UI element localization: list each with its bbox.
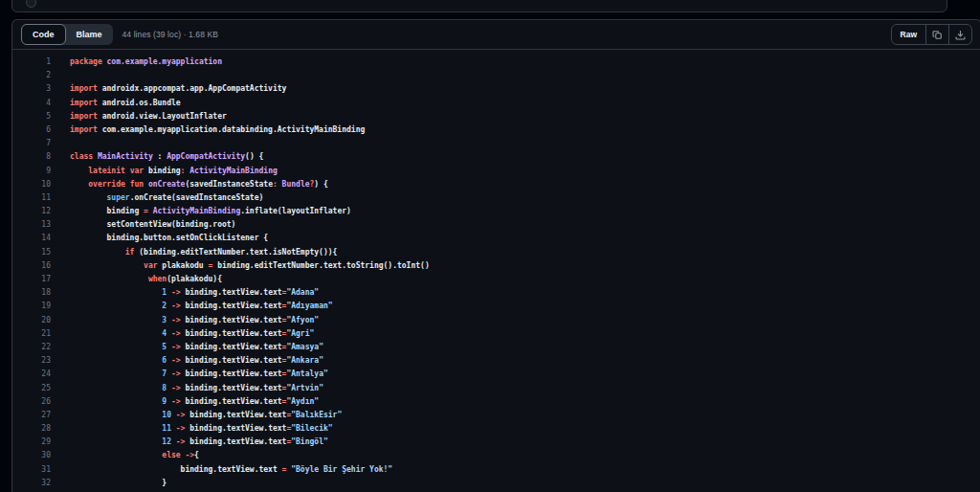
line-number[interactable]: 23 [12, 354, 51, 368]
code-text: var plakakodu = binding.editTextNumber.t… [51, 259, 430, 273]
code-line: 17 when(plakakodu){ [12, 273, 980, 286]
line-number[interactable]: 32 [12, 477, 51, 490]
line-number[interactable]: 24 [12, 368, 51, 381]
line-number[interactable]: 21 [12, 327, 51, 341]
code-text: import androidx.appcompat.app.AppCompatA… [51, 82, 286, 96]
line-number[interactable]: 30 [12, 449, 51, 462]
code-text: } [51, 477, 167, 490]
line-number[interactable]: 1 [12, 56, 51, 69]
code-line: 26 9 -> binding.textView.text="Aydın" [12, 395, 980, 409]
code-line: 9 lateinit var binding: ActivityMainBind… [12, 165, 980, 178]
code-line: 18 1 -> binding.textView.text="Adana" [12, 286, 980, 300]
line-number[interactable]: 14 [12, 232, 51, 245]
code-line: 28 11 -> binding.textView.text="Bilecik" [12, 422, 980, 436]
code-line: 31 binding.textView.text = "Böyle Bir Şe… [12, 463, 980, 477]
line-number[interactable]: 28 [12, 422, 51, 436]
code-line: 1package com.example.myapplication [12, 56, 980, 69]
line-number[interactable]: 19 [12, 300, 51, 313]
line-number[interactable]: 11 [12, 191, 51, 205]
line-number[interactable]: 10 [12, 178, 51, 191]
code-text: import android.os.Bundle [51, 97, 181, 110]
code-text: override fun onCreate(savedInstanceState… [51, 178, 328, 191]
code-text: 3 -> binding.textView.text="Afyon" [51, 314, 319, 327]
code-text: 1 -> binding.textView.text="Adana" [51, 286, 319, 300]
code-text: 5 -> binding.textView.text="Amasya" [51, 341, 323, 354]
line-number[interactable]: 5 [12, 110, 51, 123]
code-line: 21 4 -> binding.textView.text="Agri" [12, 327, 980, 341]
line-number[interactable]: 12 [12, 205, 51, 218]
code-line: 4import android.os.Bundle [12, 97, 980, 110]
code-text: 4 -> binding.textView.text="Agri" [51, 327, 314, 341]
code-text: when(plakakodu){ [51, 273, 222, 286]
code-line: 27 10 -> binding.textView.text="BalıkEsi… [12, 409, 980, 422]
line-number[interactable]: 2 [12, 69, 51, 82]
code-text: import android.view.LayoutInflater [51, 110, 227, 123]
code-line: 3import androidx.appcompat.app.AppCompat… [12, 82, 980, 96]
previous-panel-edge [11, 0, 947, 12]
code-text: 9 -> binding.textView.text="Aydın" [51, 395, 319, 409]
code-line: 12 binding = ActivityMainBinding.inflate… [12, 205, 980, 218]
code-text: 11 -> binding.textView.text="Bilecik" [51, 422, 333, 436]
code-text: binding.textView.text = "Böyle Bir Şehir… [51, 463, 392, 477]
code-text [51, 69, 70, 82]
line-number[interactable]: 16 [12, 259, 51, 273]
code-line: 14 binding.button.setOnClickListener { [12, 232, 980, 245]
code-text: setContentView(binding.root) [51, 218, 235, 232]
code-text: import com.example.myapplication.databin… [51, 123, 365, 137]
line-number[interactable]: 3 [12, 82, 51, 96]
raw-button-group: Raw [891, 24, 972, 45]
code-line: 8class MainActivity : AppCompatActivity(… [12, 150, 980, 164]
raw-button[interactable]: Raw [892, 25, 925, 44]
file-toolbar: Code Blame 44 lines (39 loc) · 1.68 KB R… [12, 20, 980, 50]
code-line: 16 var plakakodu = binding.editTextNumbe… [12, 259, 980, 273]
code-line: 5import android.view.LayoutInflater [12, 110, 980, 123]
code-line: 10 override fun onCreate(savedInstanceSt… [12, 178, 980, 191]
line-number[interactable]: 9 [12, 165, 51, 178]
code-text: lateinit var binding: ActivityMainBindin… [51, 165, 278, 178]
line-number[interactable]: 29 [12, 436, 51, 449]
copy-raw-button[interactable] [925, 25, 948, 44]
code-text: class MainActivity : AppCompatActivity()… [51, 150, 263, 164]
code-text: if (binding.editTextNumber.text.isNotEmp… [51, 246, 337, 259]
code-text: package com.example.myapplication [51, 56, 222, 69]
line-number[interactable]: 17 [12, 273, 51, 286]
code-line: 11 super.onCreate(savedInstanceState) [12, 191, 980, 205]
line-number[interactable]: 22 [12, 341, 51, 354]
line-number[interactable]: 25 [12, 382, 51, 395]
line-number[interactable]: 6 [12, 123, 51, 137]
tab-blame[interactable]: Blame [66, 24, 113, 45]
code-text [51, 137, 70, 150]
line-number[interactable]: 27 [12, 409, 51, 422]
code-text: else ->{ [51, 449, 199, 462]
line-number[interactable]: 31 [12, 463, 51, 477]
line-number[interactable]: 4 [12, 97, 51, 110]
code-text: binding.button.setOnClickListener { [51, 232, 268, 245]
line-number[interactable]: 18 [12, 286, 51, 300]
line-number[interactable]: 20 [12, 314, 51, 327]
line-number[interactable]: 7 [12, 137, 51, 150]
code-line: 24 7 -> binding.textView.text="Antalya" [12, 368, 980, 381]
code-line: 6import com.example.myapplication.databi… [12, 123, 980, 137]
code-line: 25 8 -> binding.textView.text="Artvin" [12, 382, 980, 395]
line-number[interactable]: 15 [12, 246, 51, 259]
code-text: 2 -> binding.textView.text="Adıyaman" [51, 300, 333, 313]
code-text: 6 -> binding.textView.text="Ankara" [51, 354, 323, 368]
tab-code[interactable]: Code [21, 24, 66, 45]
line-number[interactable]: 8 [12, 150, 51, 164]
code-panel: Code Blame 44 lines (39 loc) · 1.68 KB R… [11, 19, 980, 492]
code-text: 8 -> binding.textView.text="Artvin" [51, 382, 323, 395]
code-text: super.onCreate(savedInstanceState) [51, 191, 263, 205]
download-raw-button[interactable] [948, 25, 971, 44]
code-line: 32 } [12, 477, 980, 490]
code-text: 10 -> binding.textView.text="BalıkEsir" [51, 409, 342, 422]
copy-icon [932, 30, 943, 40]
code-line: 15 if (binding.editTextNumber.text.isNot… [12, 246, 980, 259]
code-line: 2 [12, 69, 980, 82]
code-line: 29 12 -> binding.textView.text="Bingöl" [12, 436, 980, 449]
file-info: 44 lines (39 loc) · 1.68 KB [122, 30, 219, 39]
code-line: 23 6 -> binding.textView.text="Ankara" [12, 354, 980, 368]
code-text: 7 -> binding.textView.text="Antalya" [51, 368, 328, 381]
line-number[interactable]: 26 [12, 395, 51, 409]
line-number[interactable]: 13 [12, 218, 51, 232]
code-line: 30 else ->{ [12, 449, 980, 462]
